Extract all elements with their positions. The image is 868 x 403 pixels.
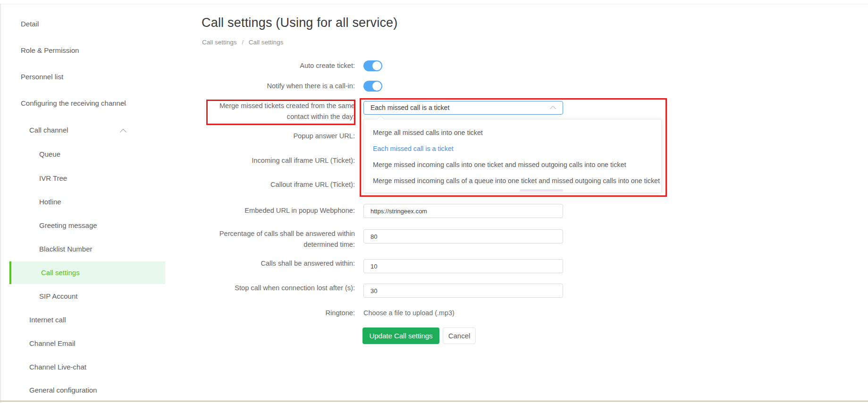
call-settings-page: DetailRole & PermissionPersonnel listCon… bbox=[0, 0, 868, 403]
left-edge-line bbox=[0, 4, 1, 403]
callout-iframe-url-label: Callout iframe URL (Ticket): bbox=[179, 180, 355, 189]
sidebar-item-channel-live-chat[interactable]: Channel Live-chat bbox=[29, 362, 86, 372]
merge-missed-select[interactable]: Each missed call is a ticket bbox=[363, 101, 563, 115]
percentage-input[interactable] bbox=[363, 229, 563, 243]
sidebar-item-call-channel[interactable]: Call channel bbox=[29, 126, 68, 135]
merge-missed-dropdown: Merge all missed calls into one ticketEa… bbox=[363, 119, 662, 193]
sidebar-item-queue[interactable]: Queue bbox=[39, 150, 60, 159]
sidebar-item-role-permission[interactable]: Role & Permission bbox=[21, 46, 79, 55]
dropdown-option[interactable]: Each missed call is a ticket bbox=[364, 141, 661, 157]
dropdown-option[interactable]: Merge missed incoming calls into one tic… bbox=[364, 157, 661, 173]
sidebar-item-channel-email[interactable]: Channel Email bbox=[29, 339, 76, 348]
notify-call-in-label: Notify when there is a call-in: bbox=[179, 81, 355, 91]
embedded-url-input[interactable] bbox=[363, 204, 563, 218]
sidebar-item-hotline[interactable]: Hotline bbox=[39, 197, 61, 207]
bottom-divider bbox=[0, 401, 868, 402]
ringtone-upload-link[interactable]: Choose a file to upload (.mp3) bbox=[363, 308, 455, 318]
top-divider bbox=[0, 4, 868, 4]
stop-call-input[interactable] bbox=[363, 284, 563, 298]
auto-create-ticket-toggle[interactable] bbox=[363, 60, 382, 71]
breadcrumb-item[interactable]: Call settings bbox=[249, 39, 284, 46]
sidebar-item-sip-account[interactable]: SIP Account bbox=[39, 292, 77, 301]
notify-call-in-toggle[interactable] bbox=[363, 81, 382, 92]
embedded-url-label: Embeded URL in popup Webphone: bbox=[179, 206, 355, 215]
dropdown-caret bbox=[377, 116, 385, 123]
update-call-settings-button[interactable]: Update Call settings bbox=[362, 327, 439, 344]
answer-within-label: Calls shall be answered within: bbox=[179, 259, 355, 268]
ringtone-label: Ringtone: bbox=[179, 308, 355, 318]
popup-answer-url-label: Popup answer URL: bbox=[179, 131, 355, 141]
chevron-up-icon[interactable] bbox=[120, 129, 126, 135]
toggle-knob bbox=[372, 82, 381, 91]
sidebar-item-call-settings[interactable]: Call settings bbox=[9, 261, 165, 284]
toggle-knob bbox=[372, 61, 381, 70]
sidebar-item-configuring-the-receiving-channel[interactable]: Configuring the receiving channel bbox=[21, 99, 126, 108]
percentage-label: Percentage of calls shall be answered wi… bbox=[198, 228, 355, 250]
sidebar-item-general-configuration[interactable]: General configuration bbox=[29, 386, 97, 395]
sidebar-item-greeting-message[interactable]: Greeting message bbox=[39, 221, 97, 230]
sidebar-item-ivr-tree[interactable]: IVR Tree bbox=[39, 174, 67, 183]
dropdown-option[interactable]: Merge missed incoming calls of a queue i… bbox=[364, 173, 661, 189]
breadcrumb: Call settings / Call settings bbox=[202, 39, 283, 46]
chevron-up-icon bbox=[550, 106, 556, 112]
merge-missed-label: Merge missed tickets created from the sa… bbox=[198, 101, 355, 122]
cancel-button[interactable]: Cancel bbox=[443, 327, 476, 344]
merge-missed-selected-value: Each missed call is a ticket bbox=[371, 101, 449, 114]
sidebar-item-detail[interactable]: Detail bbox=[21, 19, 39, 29]
sidebar-item-blacklist-number[interactable]: Blacklist Number bbox=[39, 244, 93, 254]
incoming-iframe-url-label: Incoming call iframe URL (Ticket): bbox=[179, 156, 355, 165]
sidebar-item-internet-call[interactable]: Internet call bbox=[29, 315, 66, 325]
breadcrumb-separator: / bbox=[242, 39, 244, 46]
breadcrumb-item[interactable]: Call settings bbox=[202, 39, 237, 46]
dropdown-horizontal-scrollbar[interactable] bbox=[520, 189, 563, 192]
auto-create-ticket-label: Auto create ticket: bbox=[179, 61, 355, 70]
stop-call-label: Stop call when connection lost after (s)… bbox=[179, 283, 355, 293]
answer-within-input[interactable] bbox=[363, 259, 563, 273]
sidebar-item-personnel-list[interactable]: Personnel list bbox=[21, 72, 63, 82]
page-title: Call settings (Using for all service) bbox=[202, 16, 398, 30]
dropdown-option[interactable]: Merge all missed calls into one ticket bbox=[364, 125, 661, 141]
